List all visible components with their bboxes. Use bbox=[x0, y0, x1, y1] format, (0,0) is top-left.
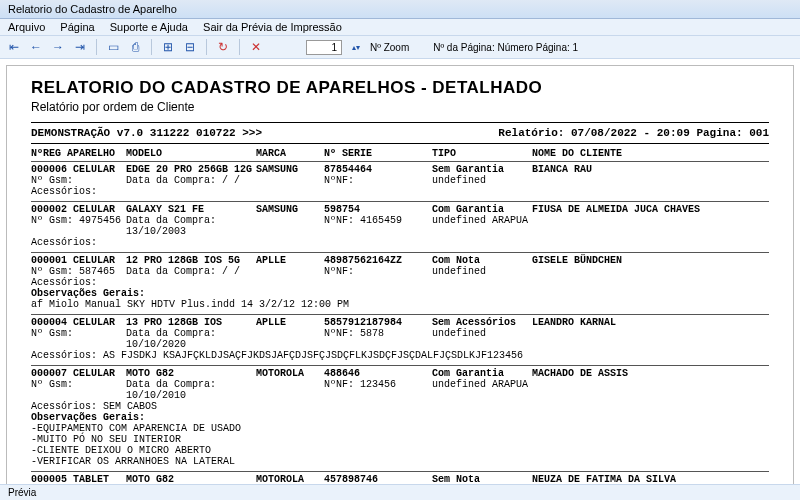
record: 000004 CELULAR13 PRO 128GB IOSAPLLE58579… bbox=[31, 314, 769, 365]
refresh-icon[interactable]: ↻ bbox=[215, 39, 231, 55]
report-title: RELATORIO DO CADASTRO DE APARELHOS - DET… bbox=[31, 78, 769, 98]
col-serie: Nº SERIE bbox=[324, 148, 432, 159]
page-setup-icon[interactable]: ▭ bbox=[105, 39, 121, 55]
zoom-input[interactable]: 1 bbox=[306, 40, 342, 55]
window-title: Relatorio do Cadastro de Aparelho bbox=[8, 3, 177, 15]
rule bbox=[31, 143, 769, 144]
menu-sair[interactable]: Sair da Prévia de Impressão bbox=[203, 21, 342, 33]
zoom-out-icon[interactable]: ⊟ bbox=[182, 39, 198, 55]
separator bbox=[96, 39, 97, 55]
print-icon[interactable]: ⎙ bbox=[127, 39, 143, 55]
record: 000001 CELULAR12 PRO 128GB IOS 5GAPLLE48… bbox=[31, 252, 769, 314]
col-marca: MARCA bbox=[256, 148, 324, 159]
col-reg: NºREG APARELHO bbox=[31, 148, 126, 159]
page-number-label: Nº da Página: Número Página: 1 bbox=[433, 42, 578, 53]
separator bbox=[206, 39, 207, 55]
nav-prev-icon[interactable]: ← bbox=[28, 39, 44, 55]
records-container: 000006 CELULAREDGE 20 PRO 256GB 12GSAMSU… bbox=[31, 161, 769, 500]
col-modelo: MODELO bbox=[126, 148, 256, 159]
close-icon[interactable]: ✕ bbox=[248, 39, 264, 55]
rule bbox=[31, 122, 769, 123]
report-page: RELATORIO DO CADASTRO DE APARELHOS - DET… bbox=[6, 65, 794, 500]
nav-last-icon[interactable]: ⇥ bbox=[72, 39, 88, 55]
menu-arquivo[interactable]: Arquivo bbox=[8, 21, 45, 33]
report-meta-row: DEMONSTRAÇÃO v7.0 311222 010722 >>> Rela… bbox=[31, 127, 769, 139]
status-bar: Prévia bbox=[0, 484, 800, 500]
separator bbox=[151, 39, 152, 55]
nav-next-icon[interactable]: → bbox=[50, 39, 66, 55]
zoom-in-icon[interactable]: ⊞ bbox=[160, 39, 176, 55]
nav-first-icon[interactable]: ⇤ bbox=[6, 39, 22, 55]
record: 000007 CELULARMOTO G82MOTOROLA488646Com … bbox=[31, 365, 769, 471]
toolbar: ⇤ ← → ⇥ ▭ ⎙ ⊞ ⊟ ↻ ✕ 1 ▴▾ Nº Zoom Nº da P… bbox=[0, 36, 800, 59]
zoom-label: Nº Zoom bbox=[370, 42, 409, 53]
col-cliente: NOME DO CLIENTE bbox=[532, 148, 769, 159]
report-meta: Relatório: 07/08/2022 - 20:09 Pagina: 00… bbox=[498, 127, 769, 139]
separator bbox=[239, 39, 240, 55]
record: 000002 CELULARGALAXY S21 FESAMSUNG598754… bbox=[31, 201, 769, 252]
demo-label: DEMONSTRAÇÃO v7.0 311222 010722 >>> bbox=[31, 127, 262, 139]
window-titlebar: Relatorio do Cadastro de Aparelho bbox=[0, 0, 800, 19]
record: 000006 CELULAREDGE 20 PRO 256GB 12GSAMSU… bbox=[31, 161, 769, 201]
zoom-stepper-icon[interactable]: ▴▾ bbox=[348, 39, 364, 55]
status-text: Prévia bbox=[8, 487, 36, 498]
report-subtitle: Relatório por ordem de Cliente bbox=[31, 100, 769, 114]
menu-suporte[interactable]: Suporte e Ajuda bbox=[110, 21, 188, 33]
column-headers: NºREG APARELHO MODELO MARCA Nº SERIE TIP… bbox=[31, 146, 769, 161]
menubar: Arquivo Página Suporte e Ajuda Sair da P… bbox=[0, 19, 800, 36]
menu-pagina[interactable]: Página bbox=[60, 21, 94, 33]
col-tipo: TIPO bbox=[432, 148, 532, 159]
